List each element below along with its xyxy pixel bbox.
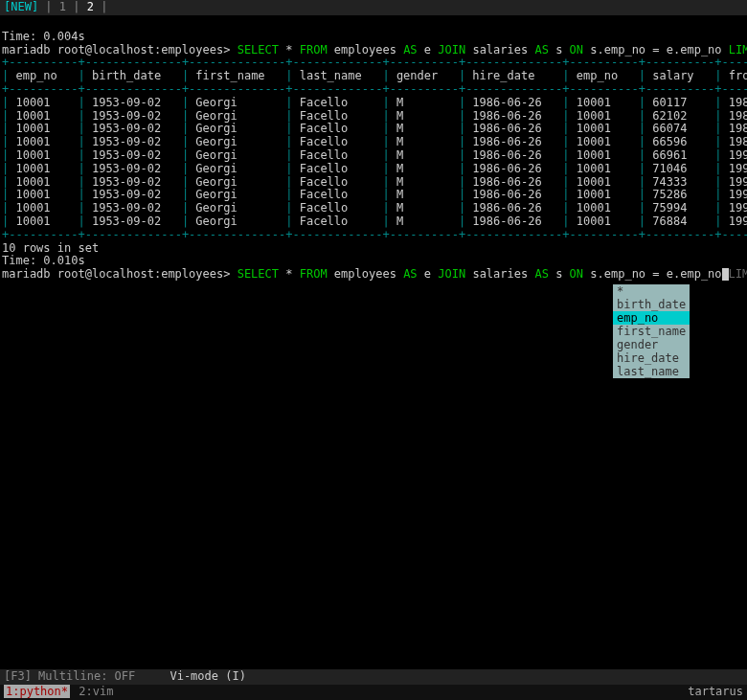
terminal-content[interactable]: Time: 0.004s mariadb root@localhost:empl…	[0, 15, 747, 283]
tmux-status-bar[interactable]: 1:python* 2:vim tartarus	[0, 685, 747, 700]
autocomplete-item[interactable]: last_name	[613, 365, 690, 378]
autocomplete-item[interactable]: hire_date	[613, 351, 690, 365]
tab-1[interactable]: 1	[59, 0, 66, 13]
result-table: +----------+--------------+-------------…	[2, 56, 745, 241]
tmux-hostname: tartarus	[688, 686, 743, 699]
autocomplete-item[interactable]: emp_no	[613, 311, 690, 325]
status-bar: [F3] Multiline: OFF Vi-mode (I)	[0, 669, 747, 685]
cursor	[722, 268, 729, 281]
top-tab-bar[interactable]: [NEW] | 1 | 2 |	[0, 0, 747, 15]
prompt: mariadb root@localhost:employees>	[2, 43, 230, 56]
vi-mode-indicator: Vi-mode (I)	[170, 669, 245, 683]
timing-2: Time: 0.010s	[2, 255, 745, 268]
autocomplete-item[interactable]: birth_date	[613, 298, 690, 311]
query-line-2[interactable]: mariadb root@localhost:employees> SELECT…	[2, 268, 745, 282]
rows-in-set: 10 rows in set	[2, 242, 745, 256]
new-tab-label[interactable]: [NEW]	[4, 0, 38, 13]
multiline-indicator: [F3] Multiline: OFF	[4, 669, 135, 683]
tmux-window-1[interactable]: 1:python*	[4, 685, 70, 698]
autocomplete-popup[interactable]: * birth_dateemp_no first_namegender hire…	[613, 284, 690, 378]
autocomplete-item[interactable]: gender	[613, 338, 690, 351]
query-line-1: mariadb root@localhost:employees> SELECT…	[2, 44, 745, 57]
autocomplete-item[interactable]: *	[613, 284, 690, 298]
autocomplete-item[interactable]: first_name	[613, 325, 690, 338]
timing-1: Time: 0.004s	[2, 31, 745, 44]
tab-2[interactable]: 2	[87, 0, 94, 13]
tmux-window-2[interactable]: 2:vim	[77, 685, 115, 698]
